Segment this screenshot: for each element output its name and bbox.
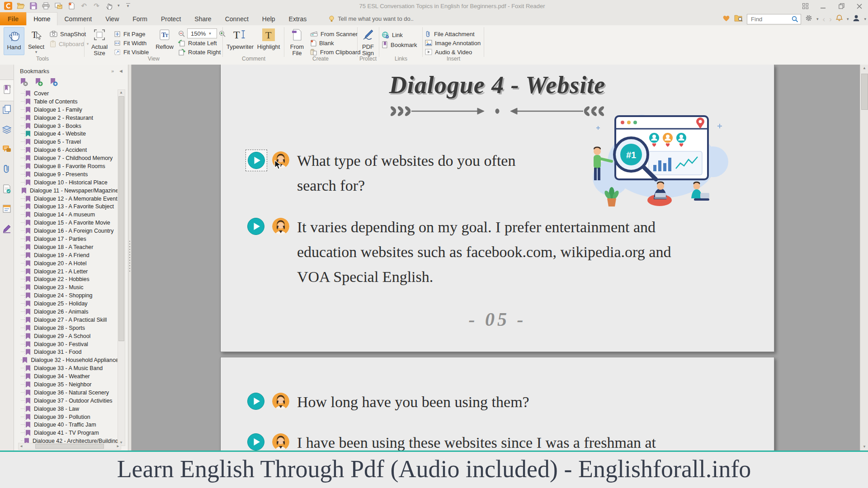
- settings-dropdown-caret[interactable]: ▾: [816, 17, 819, 21]
- bookmark-button[interactable]: Bookmark: [382, 41, 417, 49]
- bookmark-item[interactable]: Dialogue 29 - A School: [18, 332, 118, 340]
- bookmark-item[interactable]: Dialogue 18 - A Teacher: [18, 243, 118, 251]
- reflow-button[interactable]: TT Reflow: [154, 27, 175, 50]
- pdf-sign-button[interactable]: PDF Sign: [359, 27, 377, 56]
- highlight-button[interactable]: T Highlight: [256, 27, 281, 50]
- save-icon[interactable]: [29, 1, 38, 10]
- tab-file[interactable]: File: [0, 12, 26, 25]
- create-from-clipboard-button[interactable]: From Clipboard: [310, 48, 361, 56]
- link-button[interactable]: Link: [382, 31, 403, 39]
- image-annotation-button[interactable]: Image Annotation: [425, 39, 481, 47]
- zoom-level-combo[interactable]: 150%▾: [187, 29, 217, 38]
- scroll-up-icon[interactable]: ▲: [119, 91, 123, 94]
- bookmark-item[interactable]: Dialogue 19 - A Friend: [18, 251, 118, 259]
- bookmark-item[interactable]: Dialogue 28 - Sports: [18, 324, 118, 332]
- file-attachment-button[interactable]: File Attachment: [425, 30, 475, 38]
- bookmark-item[interactable]: Table of Contents: [18, 98, 118, 106]
- digital-signature-panel-icon[interactable]: [2, 224, 12, 234]
- bookmark-item[interactable]: Dialogue 24 - Shopping: [18, 291, 118, 300]
- signatures-panel-icon[interactable]: [2, 184, 12, 194]
- rotate-left-button[interactable]: Rotate Left: [178, 39, 217, 47]
- create-from-scanner-button[interactable]: From Scanner: [310, 30, 358, 38]
- fields-panel-icon[interactable]: [2, 204, 12, 214]
- create-blank-button[interactable]: Blank: [310, 39, 334, 47]
- bookmark-item[interactable]: Dialogue 16 - A Foreign Country: [18, 227, 118, 235]
- panel-collapse-icon[interactable]: ◄: [118, 68, 123, 74]
- tab-extras[interactable]: Extras: [282, 12, 314, 25]
- tab-protect[interactable]: Protect: [154, 12, 188, 25]
- bookmark-item[interactable]: Dialogue 38 - Law: [18, 405, 118, 413]
- tell-me-search[interactable]: Tell me what you want to do..: [329, 12, 414, 25]
- bookmark-item[interactable]: Dialogue 27 - A Practical Skill: [18, 316, 118, 324]
- scroll-left-icon[interactable]: ◄: [19, 445, 23, 448]
- bookmark-item[interactable]: Dialogue 3 - Books: [18, 122, 118, 130]
- hand-tool-button[interactable]: Hand: [4, 27, 24, 55]
- layout-toggle-icon[interactable]: [799, 2, 811, 11]
- goto-bookmark-icon[interactable]: [49, 78, 58, 89]
- doc-scroll-down-icon[interactable]: ▼: [860, 445, 868, 449]
- find-box[interactable]: [747, 14, 801, 24]
- print-icon[interactable]: [42, 1, 50, 10]
- bookmark-item[interactable]: Dialogue 33 - A Music Band: [18, 364, 118, 372]
- layers-panel-icon[interactable]: [2, 124, 12, 134]
- tab-help[interactable]: Help: [255, 12, 282, 25]
- account-caret[interactable]: ▾: [864, 17, 866, 21]
- bookmark-item[interactable]: Dialogue 10 - Historical Place: [18, 178, 118, 187]
- bookmark-item[interactable]: Dialogue 15 - A Favorite Movie: [18, 219, 118, 227]
- find-magnifier-icon[interactable]: [792, 16, 798, 23]
- audio-video-button[interactable]: Audio & Video: [425, 48, 472, 56]
- actual-size-button[interactable]: Actual Size: [88, 27, 111, 56]
- play-audio-button[interactable]: [248, 152, 265, 169]
- bookmark-item[interactable]: Dialogue 36 - Natural Scenery: [18, 389, 118, 397]
- delete-bookmark-icon[interactable]: [19, 78, 28, 89]
- email-icon[interactable]: [54, 1, 63, 10]
- favorites-heart-icon[interactable]: [722, 15, 730, 23]
- doc-scroll-up-icon[interactable]: ▲: [860, 66, 868, 70]
- bookmark-item[interactable]: Dialogue 41 - TV Program: [18, 429, 118, 437]
- comments-panel-icon[interactable]: [2, 144, 12, 154]
- bookmark-item[interactable]: Dialogue 6 - Accident: [18, 146, 118, 154]
- tab-connect[interactable]: Connect: [218, 12, 255, 25]
- play-audio-button[interactable]: [247, 218, 264, 235]
- settings-gear-icon[interactable]: [805, 14, 812, 23]
- select-tool-button[interactable]: T Select ▾: [25, 27, 47, 56]
- bookmark-item[interactable]: Dialogue 8 - Favorite Rooms: [18, 162, 118, 170]
- open-file-icon[interactable]: [16, 1, 25, 10]
- bookmarks-vertical-scrollbar[interactable]: ▲ ▼: [118, 89, 125, 446]
- select-dropdown-caret[interactable]: ▾: [35, 50, 38, 54]
- bookmark-item[interactable]: Dialogue 40 - Traffic Jam: [18, 421, 118, 429]
- bookmark-item[interactable]: Dialogue 21 - A Letter: [18, 267, 118, 276]
- attachments-panel-icon[interactable]: [2, 164, 12, 174]
- bookmark-item[interactable]: Dialogue 30 - Festival: [18, 340, 118, 348]
- bookmarks-horizontal-scrollbar[interactable]: ◄ ►: [18, 443, 121, 450]
- bookmark-item[interactable]: Dialogue 13 - A Favorite Subject: [18, 202, 118, 211]
- minimize-button[interactable]: [817, 2, 829, 11]
- tab-form[interactable]: Form: [126, 12, 154, 25]
- fit-page-button[interactable]: Fit Page: [114, 30, 145, 38]
- restore-button[interactable]: [835, 2, 847, 11]
- hand-signature-tool-icon[interactable]: [105, 1, 113, 10]
- fit-width-button[interactable]: Fit Width: [114, 39, 146, 47]
- play-audio-button[interactable]: [247, 433, 264, 450]
- bookmark-item[interactable]: Dialogue 39 - Pollution: [18, 413, 118, 421]
- bookmark-item[interactable]: Dialogue 32 - Household Appliance: [18, 356, 118, 364]
- bookmark-item[interactable]: Dialogue 26 - Animals: [18, 308, 118, 316]
- add-bookmark-icon[interactable]: [34, 78, 43, 89]
- hand-tool-dropdown-caret[interactable]: ▾: [118, 4, 120, 8]
- bookmarks-panel-icon[interactable]: [2, 84, 12, 94]
- rotate-right-button[interactable]: Rotate Right: [178, 48, 221, 56]
- panel-dock-icon[interactable]: »: [111, 68, 114, 74]
- create-from-file-button[interactable]: From File: [287, 27, 307, 56]
- snapshot-button[interactable]: SnapShot: [50, 30, 86, 38]
- notifications-caret[interactable]: ▾: [847, 17, 849, 21]
- bookmark-item[interactable]: Cover: [18, 89, 118, 98]
- tab-home[interactable]: Home: [26, 12, 57, 25]
- bookmark-item[interactable]: Dialogue 12 - A Memorable Event: [18, 195, 118, 203]
- fit-visible-button[interactable]: Fit Visible: [114, 48, 149, 56]
- foxit-logo-icon[interactable]: [4, 1, 12, 10]
- bookmark-item[interactable]: Dialogue 25 - Holiday: [18, 300, 118, 308]
- bookmark-item[interactable]: Dialogue 31 - Food: [18, 348, 118, 357]
- bookmark-item[interactable]: Dialogue 34 - Weather: [18, 372, 118, 380]
- new-document-icon[interactable]: [67, 1, 75, 10]
- bookmark-item[interactable]: Dialogue 37 - Outdoor Activities: [18, 397, 118, 405]
